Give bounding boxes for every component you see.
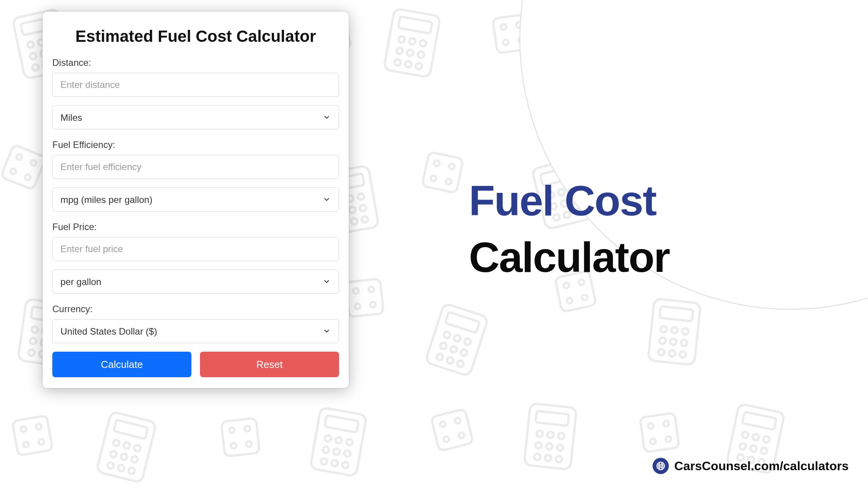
distance-input[interactable] (52, 73, 339, 97)
efficiency-unit-select[interactable]: mpg (miles per gallon) (52, 187, 339, 211)
hero-line2: Calculator (469, 235, 670, 280)
card-title: Estimated Fuel Cost Calculator (52, 27, 339, 46)
button-row: Calculate Reset (52, 352, 339, 377)
hero-line1: Fuel Cost (469, 178, 670, 223)
price-input[interactable] (52, 237, 339, 261)
efficiency-input[interactable] (52, 155, 339, 179)
currency-select[interactable]: United States Dollar ($) (52, 319, 339, 343)
price-unit-select[interactable]: per gallon (52, 270, 339, 294)
currency-label: Currency: (52, 304, 339, 314)
hero-title: Fuel Cost Calculator (469, 178, 670, 279)
calculator-card: Estimated Fuel Cost Calculator Distance:… (43, 12, 349, 388)
distance-label: Distance: (52, 57, 339, 68)
price-label: Fuel Price: (52, 222, 339, 232)
distance-unit-select[interactable]: Miles (52, 105, 339, 129)
footer-url: CarsCounsel.com/calculators (674, 459, 849, 473)
calculate-button[interactable]: Calculate (52, 352, 191, 377)
footer-brand: CarsCounsel.com/calculators (653, 458, 849, 474)
globe-icon (653, 458, 669, 474)
efficiency-label: Fuel Efficiency: (52, 139, 339, 150)
reset-button[interactable]: Reset (200, 352, 339, 377)
